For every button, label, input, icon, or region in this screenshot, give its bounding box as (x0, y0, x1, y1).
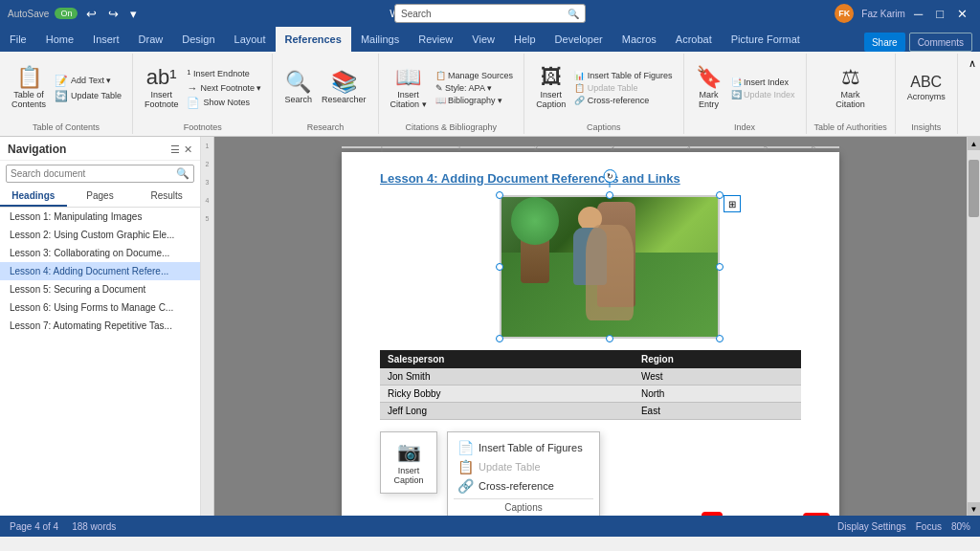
insert-caption-icon: 🖼 (541, 67, 562, 88)
search-btn[interactable]: 🔍 Search (280, 70, 316, 106)
next-footnote-btn[interactable]: → Next Footnote ▾ (184, 81, 264, 95)
rotate-handle[interactable]: ↻ (610, 176, 611, 187)
zoom-level[interactable]: 80% (951, 521, 970, 532)
ribbon-group-insights: ABC Acronyms Insights (896, 54, 958, 134)
nav-item-4[interactable]: Lesson 5: Securing a Document (0, 280, 200, 298)
redo-btn[interactable]: ↪ (105, 7, 122, 21)
tab-help[interactable]: Help (504, 27, 546, 52)
tab-references[interactable]: References (276, 27, 351, 52)
tab-review[interactable]: Review (409, 27, 462, 52)
update-table-btn[interactable]: 🔄 Update Table (52, 89, 124, 103)
nav-item-2[interactable]: Lesson 3: Collaborating on Docume... (0, 244, 200, 262)
researcher-icon: 📚 (331, 72, 357, 93)
tab-developer[interactable]: Developer (546, 27, 612, 52)
handle-rm[interactable] (716, 263, 724, 271)
ribbon-collapse-btn[interactable]: ∧ (965, 54, 980, 134)
menu-cross-reference[interactable]: 🔗 Cross-reference (454, 476, 593, 496)
mark-citation-btn[interactable]: ⚖ MarkCitation (832, 65, 869, 111)
nav-tab-results[interactable]: Results (133, 187, 200, 207)
word-count[interactable]: 188 words (72, 521, 116, 532)
tab-home[interactable]: Home (36, 27, 83, 52)
mark-entry-btn[interactable]: 🔖 MarkEntry (692, 65, 726, 111)
nav-item-0[interactable]: Lesson 1: Manipulating Images (0, 208, 200, 226)
add-text-btn[interactable]: 📝 Add Text ▾ (52, 74, 124, 88)
insert-index-btn[interactable]: 📑 Insert Index (728, 77, 798, 88)
nav-item-5[interactable]: Lesson 6: Using Forms to Manage C... (0, 298, 200, 317)
nav-tab-pages[interactable]: Pages (67, 187, 134, 207)
tab-acrobat[interactable]: Acrobat (666, 27, 722, 52)
tab-view[interactable]: View (462, 27, 504, 52)
share-button[interactable]: Share (864, 33, 905, 52)
handle-lm[interactable] (496, 263, 503, 271)
scroll-track[interactable] (968, 150, 980, 502)
user-avatar[interactable]: FK (835, 4, 854, 23)
show-notes-icon: 📄 (187, 97, 200, 109)
display-settings-btn[interactable]: Display Settings (837, 521, 906, 532)
nav-item-1[interactable]: Lesson 2: Using Custom Graphic Ele... (0, 226, 200, 244)
ribbon-group-index: 🔖 MarkEntry 📑 Insert Index 🔄 Update Inde… (684, 54, 807, 134)
ribbon-group-citations: 📖 InsertCitation ▾ 📋 Manage Sources ✎ St… (379, 54, 525, 134)
ribbon-tabs: File Home Insert Draw Design Layout Refe… (0, 27, 980, 52)
handle-tl[interactable] (496, 191, 503, 199)
nav-item-6[interactable]: Lesson 7: Automating Repetitive Tas... (0, 317, 200, 335)
nav-menu-btn[interactable]: ☰ (170, 143, 180, 156)
tab-macros[interactable]: Macros (612, 27, 666, 52)
minimize-btn[interactable]: ─ (909, 7, 927, 21)
nav-search-bar[interactable]: 🔍 (6, 165, 194, 183)
nav-item-3[interactable]: Lesson 4: Adding Document Refere... (0, 262, 200, 280)
tab-draw[interactable]: Draw (129, 27, 173, 52)
tab-mailings[interactable]: Mailings (351, 27, 409, 52)
toc-button[interactable]: 📋 Table ofContents (8, 65, 50, 111)
document-scrollbar[interactable]: ▲ ▼ (967, 137, 980, 516)
scroll-down-btn[interactable]: ▼ (968, 502, 981, 516)
handle-bl[interactable] (496, 335, 503, 342)
tab-layout[interactable]: Layout (225, 27, 276, 52)
document-image (500, 195, 720, 339)
handle-br[interactable] (716, 335, 724, 342)
nav-search-icon[interactable]: 🔍 (176, 167, 189, 180)
show-notes-btn[interactable]: 📄 Show Notes (184, 96, 264, 110)
tab-insert[interactable]: Insert (83, 27, 129, 52)
qat-more[interactable]: ▾ (127, 7, 140, 21)
tab-picture-format[interactable]: Picture Format (722, 27, 810, 52)
update-index-btn[interactable]: 🔄 Update Index (728, 89, 798, 100)
handle-tr[interactable] (716, 191, 724, 199)
nav-header: Navigation ☰ ✕ (0, 137, 200, 161)
undo-btn[interactable]: ↩ (83, 7, 100, 21)
page-info[interactable]: Page 4 of 4 (10, 521, 58, 532)
comments-button[interactable]: Comments (909, 33, 972, 52)
scroll-thumb[interactable] (969, 160, 979, 217)
handle-tm[interactable] (606, 191, 613, 199)
insert-caption-ribbon-btn[interactable]: 🖼 InsertCaption (532, 65, 569, 111)
autosave-toggle[interactable]: On (55, 8, 78, 19)
focus-btn[interactable]: Focus (916, 521, 942, 532)
manage-sources-btn[interactable]: 📋 Manage Sources (433, 70, 517, 81)
nav-close-btn[interactable]: ✕ (184, 143, 192, 156)
search-ribbon-icon: 🔍 (285, 72, 311, 93)
table-cell-name-2: Ricky Bobby (380, 386, 634, 403)
handle-bm[interactable] (606, 335, 613, 342)
search-bar[interactable]: Search 🔍 (394, 4, 586, 23)
tab-design[interactable]: Design (172, 27, 224, 52)
nav-tab-headings[interactable]: Headings (0, 187, 67, 207)
insert-citation-btn[interactable]: 📖 InsertCitation ▾ (387, 65, 431, 111)
update-table-cap-btn[interactable]: 📋 Update Table (571, 82, 675, 94)
scroll-up-btn[interactable]: ▲ (968, 137, 981, 150)
insert-endnote-btn[interactable]: ¹ Insert Endnote (184, 67, 264, 80)
footnote-sub-buttons: ¹ Insert Endnote → Next Footnote ▾ 📄 Sho… (184, 67, 264, 110)
style-btn[interactable]: ✎ Style: APA ▾ (433, 82, 517, 94)
insert-table-of-figures-btn[interactable]: 📊 Insert Table of Figures (571, 70, 675, 81)
bibliography-btn[interactable]: 📖 Bibliography ▾ (433, 95, 517, 106)
menu-insert-table-of-figures[interactable]: 📄 Insert Table of Figures (454, 438, 593, 457)
tab-file[interactable]: File (0, 27, 36, 52)
image-container[interactable]: ↻ (500, 195, 720, 339)
restore-btn[interactable]: □ (931, 7, 948, 21)
nav-search-input[interactable] (11, 168, 176, 179)
insert-footnote-btn[interactable]: ab¹ InsertFootnote (141, 65, 183, 111)
acronyms-btn[interactable]: ABC Acronyms (903, 73, 949, 103)
insert-caption-button-box[interactable]: 📷 InsertCaption (380, 431, 437, 494)
researcher-btn[interactable]: 📚 Researcher (318, 70, 370, 106)
layout-options-btn[interactable]: ⊞ (724, 195, 741, 212)
close-btn[interactable]: ✕ (952, 7, 972, 21)
cross-reference-btn[interactable]: 🔗 Cross-reference (571, 95, 675, 106)
